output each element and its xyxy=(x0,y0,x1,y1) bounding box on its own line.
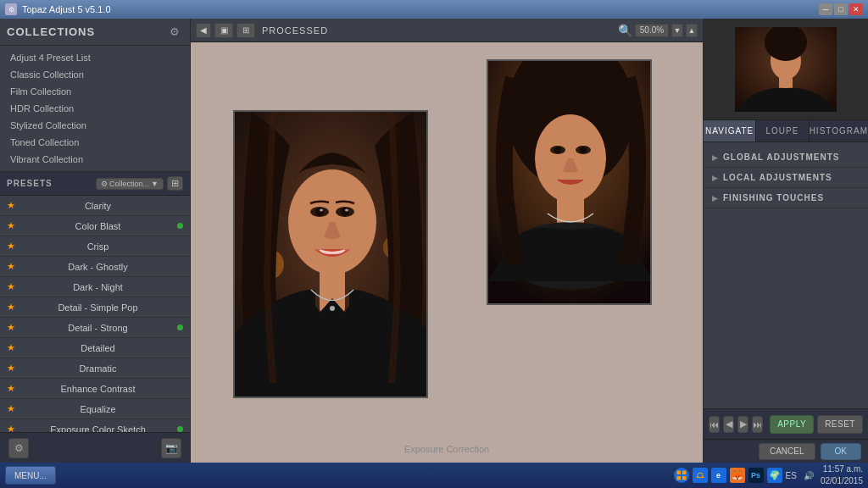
preset-item-equalize[interactable]: ★ Equalize xyxy=(0,399,190,419)
skip-back-btn[interactable]: ⏮ xyxy=(709,416,720,433)
grid-view-btn[interactable]: ⊞ xyxy=(167,176,183,191)
explorer-icon[interactable] xyxy=(693,468,708,483)
close-button[interactable]: ✕ xyxy=(849,3,863,15)
prev-btn[interactable]: ◀ xyxy=(196,23,211,38)
language-indicator: ES xyxy=(786,471,797,480)
svg-rect-32 xyxy=(682,471,687,475)
preset-dot xyxy=(177,223,183,229)
star-icon: ★ xyxy=(7,424,17,432)
preset-item-exposure-sketch[interactable]: ★ Exposure Color Sketch xyxy=(0,419,190,432)
global-adjustments-section[interactable]: ▶ GLOBAL ADJUSTMENTS xyxy=(704,147,868,168)
zoom-up-btn[interactable]: ▲ xyxy=(686,24,698,37)
taskbar-system: ES 🔊 11:57 a.m. 02/01/2015 xyxy=(786,463,863,487)
preset-item-dark-night[interactable]: ★ Dark - Night xyxy=(0,277,190,297)
local-adjustments-section[interactable]: ▶ LOCAL ADJUSTMENTS xyxy=(704,168,868,188)
preset-name: Exposure Color Sketch xyxy=(22,424,174,433)
collection-dropdown-btn[interactable]: ⚙ Collection... ▼ xyxy=(96,178,164,190)
tab-histogram[interactable]: HISTOGRAM xyxy=(810,120,868,141)
presets-header: PRESETS ⚙ Collection... ▼ ⊞ xyxy=(0,172,190,196)
photoshop-icon[interactable]: Ps xyxy=(748,468,764,483)
zoom-icon: 🔍 xyxy=(618,24,632,37)
firefox-icon[interactable]: 🦊 xyxy=(730,468,745,483)
collection-item-classic[interactable]: Classic Collection xyxy=(0,66,190,83)
right-panel: NAVIGATE LOUPE HISTOGRAM ▶ GLOBAL ADJUST… xyxy=(703,19,868,463)
left-panel-footer: ⚙ 📷 xyxy=(0,432,190,463)
collection-item-hdr[interactable]: HDR Collection xyxy=(0,100,190,117)
star-icon: ★ xyxy=(7,241,17,252)
finishing-touches-section[interactable]: ▶ FINISHING TOUCHES xyxy=(704,188,868,208)
preset-name: Crisp xyxy=(22,241,174,252)
camera-icon-btn[interactable]: 📷 xyxy=(161,438,181,458)
canvas-area: Exposure Correction xyxy=(191,42,703,463)
collections-list: Adjust 4 Preset List Classic Collection … xyxy=(0,46,190,172)
preset-name: Detail - Simple Pop xyxy=(22,302,174,313)
svg-point-35 xyxy=(698,473,703,478)
collection-item-vibrant[interactable]: Vibrant Collection xyxy=(0,151,190,168)
reset-button[interactable]: RESET xyxy=(817,415,863,434)
star-icon: ★ xyxy=(7,261,17,272)
single-view-btn[interactable]: ▣ xyxy=(214,23,233,38)
app-icon: ⚙ xyxy=(5,3,17,15)
collection-item-film[interactable]: Film Collection xyxy=(0,83,190,100)
ok-button[interactable]: OK xyxy=(821,443,861,460)
preset-item-dark-ghostly[interactable]: ★ Dark - Ghostly xyxy=(0,257,190,277)
taskbar: MENU... e 🦊 Ps 🌍 ES 🔊 11:57 a.m. 02/01/2… xyxy=(0,463,868,488)
collections-title: COLLECTIONS xyxy=(7,25,95,38)
adj-section-label: FINISHING TOUCHES xyxy=(723,193,824,202)
fwd-btn[interactable]: ▶ xyxy=(737,416,748,433)
zoom-down-btn[interactable]: ▼ xyxy=(671,24,683,37)
title-left: ⚙ Topaz Adjust 5 v5.1.0 xyxy=(5,3,111,15)
ie-icon[interactable]: e xyxy=(711,468,726,483)
cancel-button[interactable]: CANCEL xyxy=(759,443,815,460)
preset-name: Dark - Ghostly xyxy=(22,262,174,272)
cancel-ok-row: CANCEL OK xyxy=(704,439,868,463)
collection-item-toned[interactable]: Toned Collection xyxy=(0,134,190,151)
preset-item-detail-strong[interactable]: ★ Detail - Strong xyxy=(0,318,190,338)
apply-button[interactable]: APPLY xyxy=(770,415,814,434)
preset-item-enhance[interactable]: ★ Enhance Contrast xyxy=(0,379,190,399)
svg-rect-34 xyxy=(682,476,687,480)
star-icon: ★ xyxy=(7,322,17,333)
collection-item-adjust4[interactable]: Adjust 4 Preset List xyxy=(0,49,190,66)
svg-point-24 xyxy=(320,209,323,212)
time-text: 11:57 a.m. xyxy=(821,463,863,475)
back-btn[interactable]: ◀ xyxy=(723,416,734,433)
preset-name: Dark - Night xyxy=(22,282,174,292)
zoom-controls: 🔍 ▼ ▲ xyxy=(618,24,698,37)
toolbar: ◀ ▣ ⊞ PROCESSED 🔍 ▼ ▲ xyxy=(191,19,703,42)
tab-navigate[interactable]: NAVIGATE xyxy=(704,120,756,141)
processed-label: PROCESSED xyxy=(262,25,328,36)
menu-button[interactable]: MENU... xyxy=(5,466,56,485)
star-icon: ★ xyxy=(7,342,17,353)
windows-start-icon[interactable] xyxy=(674,468,689,483)
preset-item-detailed[interactable]: ★ Detailed xyxy=(0,338,190,358)
preset-name: Dramatic xyxy=(22,363,174,374)
star-icon: ★ xyxy=(7,383,17,394)
minimize-button[interactable]: ─ xyxy=(819,3,832,15)
maximize-button[interactable]: □ xyxy=(834,3,848,15)
presets-label: PRESETS xyxy=(7,179,53,188)
preset-item-dramatic[interactable]: ★ Dramatic xyxy=(0,358,190,379)
gear-icon[interactable]: ⚙ xyxy=(170,25,183,39)
taskbar-icons: e 🦊 Ps 🌍 xyxy=(674,468,782,483)
collection-item-stylized[interactable]: Stylized Collection xyxy=(0,117,190,134)
app-title: Topaz Adjust 5 v5.1.0 xyxy=(22,4,111,14)
preset-dot xyxy=(177,324,183,330)
nav-tabs: NAVIGATE LOUPE HISTOGRAM xyxy=(704,120,868,142)
svg-point-25 xyxy=(345,209,348,212)
presets-list: ★ Clarity ★ Color Blast ★ Crisp ★ Dark -… xyxy=(0,196,190,432)
center-panel: ◀ ▣ ⊞ PROCESSED 🔍 ▼ ▲ xyxy=(191,19,703,463)
tab-loupe[interactable]: LOUPE xyxy=(756,120,809,141)
collection-btn-label: Collection... xyxy=(109,180,149,188)
earth-icon[interactable]: 🌍 xyxy=(767,468,782,483)
svg-point-26 xyxy=(330,306,335,311)
preset-item-crisp[interactable]: ★ Crisp xyxy=(0,236,190,257)
settings-icon-btn[interactable]: ⚙ xyxy=(8,438,29,458)
split-view-btn[interactable]: ⊞ xyxy=(236,23,255,38)
skip-fwd-btn[interactable]: ⏭ xyxy=(752,416,763,433)
preset-item-colorblast[interactable]: ★ Color Blast xyxy=(0,216,190,236)
zoom-input[interactable] xyxy=(635,24,669,37)
preset-item-clarity[interactable]: ★ Clarity xyxy=(0,196,190,216)
preset-item-detail-simple[interactable]: ★ Detail - Simple Pop xyxy=(0,297,190,318)
collection-gear-icon: ⚙ xyxy=(101,180,108,188)
